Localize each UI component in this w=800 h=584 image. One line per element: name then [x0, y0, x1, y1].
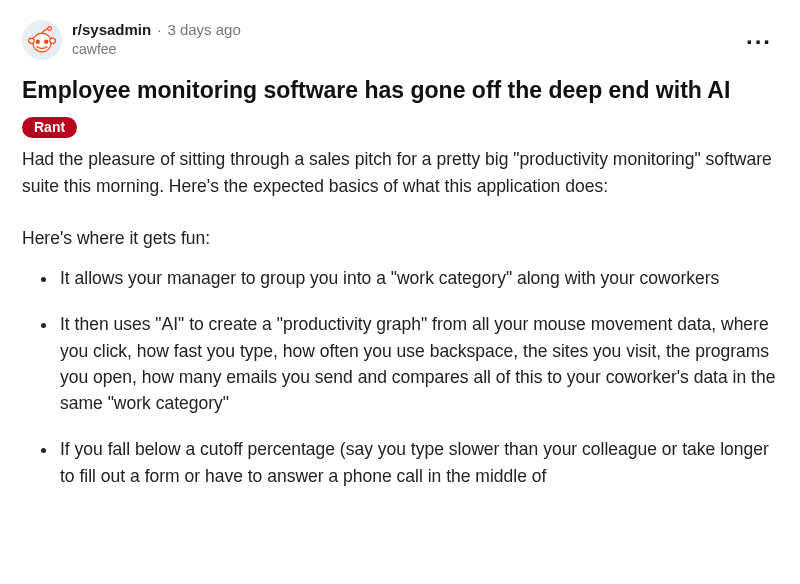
list-item: If you fall below a cutoff percentage (s… [58, 436, 778, 489]
post-title: Employee monitoring software has gone of… [22, 76, 778, 105]
svg-point-5 [44, 39, 48, 43]
post-meta-top: r/sysadmin · 3 days ago [72, 21, 241, 40]
overflow-menu-button[interactable]: ... [740, 24, 778, 48]
snoo-icon [25, 23, 59, 57]
subreddit-link[interactable]: r/sysadmin [72, 21, 151, 40]
post-meta: r/sysadmin · 3 days ago cawfee [72, 21, 241, 58]
subreddit-avatar[interactable] [22, 20, 62, 60]
post-paragraph-2: Here's where it gets fun: [22, 225, 778, 251]
list-item: It then uses "AI" to create a "productiv… [58, 311, 778, 416]
svg-point-4 [36, 39, 40, 43]
post-flair[interactable]: Rant [22, 117, 77, 138]
author-link[interactable]: cawfee [72, 41, 241, 59]
post-container: r/sysadmin · 3 days ago cawfee ... Emplo… [0, 0, 800, 489]
post-bullet-list: It allows your manager to group you into… [22, 265, 778, 489]
svg-point-2 [29, 38, 34, 43]
post-paragraph-1: Had the pleasure of sitting through a sa… [22, 146, 778, 199]
post-body: Had the pleasure of sitting through a sa… [22, 146, 778, 489]
svg-point-3 [50, 38, 55, 43]
svg-point-6 [48, 27, 52, 31]
post-header-left: r/sysadmin · 3 days ago cawfee [22, 20, 241, 60]
meta-separator: · [157, 21, 161, 40]
list-item: It allows your manager to group you into… [58, 265, 778, 291]
post-header: r/sysadmin · 3 days ago cawfee ... [22, 20, 778, 60]
post-timestamp: 3 days ago [167, 21, 240, 40]
